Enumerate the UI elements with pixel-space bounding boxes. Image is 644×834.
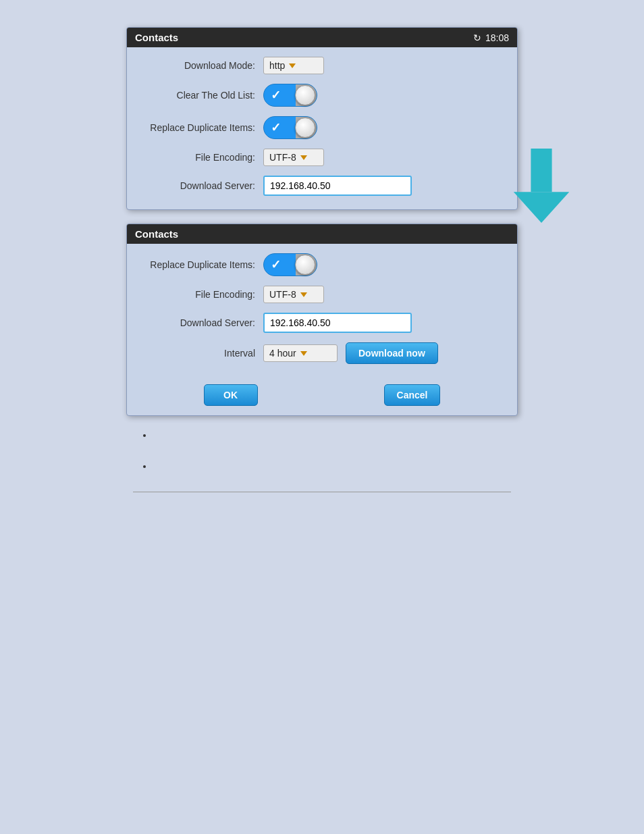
toggle-checkmark-3: ✓ [271, 257, 281, 272]
download-mode-value: http [269, 60, 285, 71]
dropdown-arrow-encoding-top [300, 155, 307, 160]
bottom-divider [133, 492, 511, 492]
file-encoding-row-bottom: File Encoding: UTF-8 [140, 286, 504, 303]
dialog-bottom-title: Contacts [135, 228, 178, 240]
replace-duplicate-row-top: Replace Duplicate Items: ✓ [140, 116, 504, 139]
download-server-input-bottom[interactable] [263, 313, 412, 333]
dropdown-arrow-icon [289, 63, 296, 68]
file-encoding-value-top: UTF-8 [269, 152, 296, 163]
clock-area: ↻ 18:08 [473, 32, 509, 43]
toggle-knob-2 [295, 118, 315, 138]
dialog-bottom-body: Replace Duplicate Items: ✓ File Encoding… [127, 244, 517, 377]
svg-rect-0 [531, 149, 552, 192]
svg-marker-1 [514, 192, 570, 223]
dialog-top-header: Contacts ↻ 18:08 [127, 28, 517, 47]
scroll-arrow [511, 149, 572, 225]
clear-old-list-row: Clear The Old List: ✓ [140, 84, 504, 107]
bullet-item-1 [153, 429, 511, 440]
interval-value: 4 hour [269, 348, 296, 359]
file-encoding-dropdown-top[interactable]: UTF-8 [263, 149, 324, 166]
dialogs-area: Contacts ↻ 18:08 Download Mode: http [126, 27, 518, 416]
dialog-bottom-header: Contacts [127, 224, 517, 244]
bullet-item-2 [153, 461, 511, 471]
dialog-top-title: Contacts [135, 32, 178, 43]
file-encoding-value-bottom: UTF-8 [269, 289, 296, 300]
dialog-top-body: Download Mode: http Clear The Old List: … [127, 47, 517, 209]
bottom-section [126, 416, 518, 506]
toggle-checkmark: ✓ [271, 88, 281, 103]
toggle-checkmark-2: ✓ [271, 120, 281, 135]
file-encoding-row-top: File Encoding: UTF-8 [140, 149, 504, 166]
interval-dropdown[interactable]: 4 hour [263, 344, 338, 362]
download-mode-row: Download Mode: http [140, 57, 504, 74]
replace-duplicate-row-bottom: Replace Duplicate Items: ✓ [140, 253, 504, 276]
clear-old-list-toggle[interactable]: ✓ [263, 84, 317, 107]
dialog-bottom: Contacts Replace Duplicate Items: ✓ File… [126, 224, 518, 416]
file-encoding-label-bottom: File Encoding: [140, 289, 255, 300]
file-encoding-dropdown-bottom[interactable]: UTF-8 [263, 286, 324, 303]
download-server-row-bottom: Download Server: [140, 313, 504, 333]
cancel-button[interactable]: Cancel [384, 384, 441, 406]
download-server-label-top: Download Server: [140, 180, 255, 191]
clear-old-list-label: Clear The Old List: [140, 90, 255, 101]
interval-row: Interval 4 hour Download now [140, 342, 504, 364]
download-server-label-bottom: Download Server: [140, 317, 255, 328]
ok-button[interactable]: OK [204, 384, 258, 406]
time-display: 18:08 [485, 32, 509, 43]
clock-icon: ↻ [473, 32, 481, 43]
replace-duplicate-toggle-bottom[interactable]: ✓ [263, 253, 317, 276]
download-now-button[interactable]: Download now [346, 342, 438, 364]
toggle-knob [295, 85, 315, 105]
replace-duplicate-label-bottom: Replace Duplicate Items: [140, 259, 255, 270]
replace-duplicate-label-top: Replace Duplicate Items: [140, 122, 255, 133]
ok-cancel-row: OK Cancel [127, 377, 517, 415]
dropdown-arrow-encoding-bottom [300, 292, 307, 297]
file-encoding-label-top: File Encoding: [140, 152, 255, 163]
interval-label: Interval [140, 348, 255, 359]
download-mode-dropdown[interactable]: http [263, 57, 324, 74]
dialog-top: Contacts ↻ 18:08 Download Mode: http [126, 27, 518, 210]
dropdown-arrow-interval [300, 351, 307, 356]
toggle-knob-3 [295, 255, 315, 275]
download-server-input-top[interactable] [263, 176, 412, 196]
bullet-list [133, 429, 511, 471]
download-server-row-top: Download Server: [140, 176, 504, 196]
download-mode-label: Download Mode: [140, 60, 255, 71]
replace-duplicate-toggle-top[interactable]: ✓ [263, 116, 317, 139]
